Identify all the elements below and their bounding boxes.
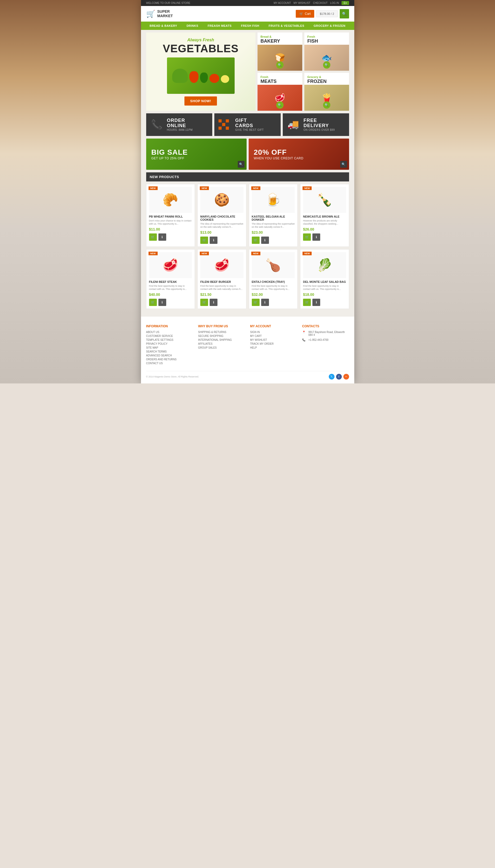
product-info-button[interactable]: ℹ [261,236,269,244]
footer-shipping-link[interactable]: SHIPPING & RETURNS [198,331,245,334]
big-sale-search-icon[interactable]: 🔍 [238,161,244,168]
welcome-text: WELCOME TO OUR ONLINE STORE [146,2,190,4]
percent-off-title: 20% OFF [254,148,344,157]
product-name: KASTEEL BELGIAN ALE DONKER [252,215,295,221]
percent-off-card[interactable]: 20% OFF WHEN YOU USE CREDIT CARD 🔍 [249,139,349,170]
hero-section: Always Fresh VEGETABLES SHOP NOW! [146,33,349,111]
logo[interactable]: 🛒 SUPER MARKET [146,10,173,18]
product-info-button[interactable]: ℹ [158,299,166,306]
category-grid: Bread & BAKERY 🍞 🔍 Fresh FISH 🐟 🔍 [257,33,349,111]
footer-about-link[interactable]: ABOUT US [146,331,193,334]
nav-item-bakery[interactable]: BREAD & BAKERY [145,22,182,30]
red-pepper-icon [189,71,199,83]
product-desc: Find the best opportunity to stay in con… [303,284,346,291]
meats-search-icon[interactable]: 🔍 [276,101,284,109]
nav-item-fruits[interactable]: FRUITS & VEGETABLES [264,22,309,30]
product-card: NEW 🥩 FILENI BEEF BURGER Find the best o… [198,249,246,309]
product-card: NEW 🍾 NEWCASTLE BROWN ALE However the pr… [300,184,349,247]
onion-icon [221,75,229,83]
hero-main: Always Fresh VEGETABLES SHOP NOW! [146,33,255,111]
free-delivery-sub: ON ORDERS OVER $99 [304,128,335,131]
footer-help-link[interactable]: HELP [250,346,297,349]
product-info-button[interactable]: ℹ [312,299,320,306]
footer-secure-link[interactable]: SECURE SHOPPING [198,335,245,337]
new-badge: NEW [251,252,260,255]
language-button[interactable]: En [342,1,349,5]
product-name: FILENI BEEF STEAK [149,280,192,283]
footer-sitemap-link[interactable]: SITE MAP [146,346,193,349]
product-desc: The idea of representing the supermarket… [252,222,295,229]
add-to-cart-button[interactable]: 🛒 [252,299,260,306]
footer-customer-service-link[interactable]: CUSTOMER SERVICE [146,335,193,337]
footer-template-settings-link[interactable]: TEMPLATE SETTINGS [146,338,193,341]
big-sale-card[interactable]: BIG SALE GET UP TO 25% OFF 🔍 [146,139,246,170]
shop-now-button[interactable]: SHOP NOW! [184,96,217,106]
facebook-icon[interactable]: f [336,374,342,379]
footer-mywishlist-link[interactable]: MY WISHLIST [250,338,297,341]
product-actions: 🛒 ℹ [149,233,192,241]
footer-why-us-title: WHY BUY FROM US [198,324,245,328]
product-card: NEW 🥩 FILENI BEEF STEAK Find the best op… [146,249,195,309]
hero-text: Always Fresh VEGETABLES [163,38,239,55]
add-to-cart-button[interactable]: 🛒 [252,236,260,244]
main-content: Always Fresh VEGETABLES SHOP NOW! [141,30,354,314]
frozen-search-icon[interactable]: 🔍 [323,101,330,109]
big-sale-sub: GET UP TO 25% OFF [151,157,241,160]
percent-off-search-icon[interactable]: 🔍 [340,161,347,168]
footer-contacts: CONTACTS 📍 9917 Bayshore Road, Ellsworth… [302,324,349,366]
add-to-cart-button[interactable]: 🛒 [200,299,208,306]
cart-button[interactable]: 🛒 Cart [296,10,314,18]
meats-title: Fresh MEATS [261,75,277,85]
footer-track-link[interactable]: TRACK MY ORDER [250,342,297,345]
promo-gift-cards[interactable]: GIFTCARDS GIVE THE BEST GIFT [214,113,281,136]
footer-grid: INFORMATION ABOUT US CUSTOMER SERVICE TE… [146,324,349,366]
promo-order-online[interactable]: 📞 ORDERONLINE HOURS: 8AM-11PM [146,113,212,136]
product-info-button[interactable]: ℹ [312,233,320,241]
product-info-button[interactable]: ℹ [261,299,269,306]
category-frozen[interactable]: Grocery & FROZEN 🍟 🔍 [304,73,349,111]
phone-icon: 📞 [150,119,163,130]
nav-item-grocery[interactable]: GROCERY & FROZEN [309,22,350,30]
product-actions: 🛒 ℹ [149,299,192,306]
add-to-cart-button[interactable]: 🛒 [149,233,157,241]
footer-affiliates-link[interactable]: AFFILIATES [198,342,245,345]
fish-search-icon[interactable]: 🔍 [323,61,330,69]
search-button[interactable]: 🔍 [340,9,349,18]
new-badge: NEW [149,187,158,190]
product-info-button[interactable]: ℹ [210,236,218,244]
main-nav: BREAD & BAKERY DRINKS FREASH MEATS FRESH… [141,22,354,30]
footer-advanced-search-link[interactable]: ADVANCED SEARCH [146,354,193,357]
footer-mycart-link[interactable]: MY CART [250,335,297,337]
add-to-cart-button[interactable]: 🛒 [200,236,208,244]
add-to-cart-button[interactable]: 🛒 [303,233,311,241]
add-to-cart-button[interactable]: 🛒 [303,299,311,306]
product-info-button[interactable]: ℹ [158,233,166,241]
footer-intl-link[interactable]: INTERNATIONAL SHIPPING [198,338,245,341]
footer-signin-link[interactable]: SIGN IN [250,331,297,334]
category-fish[interactable]: Fresh FISH 🐟 🔍 [304,33,349,71]
checkout-link[interactable]: CHECKOUT [313,2,327,4]
category-bakery[interactable]: Bread & BAKERY 🍞 🔍 [257,33,302,71]
footer-privacy-link[interactable]: PRIVACY POLICY [146,342,193,345]
footer-orders-returns-link[interactable]: ORDERS AND RETURNS [146,358,193,361]
product-info-button[interactable]: ℹ [210,299,218,306]
my-wishlist-link[interactable]: MY WISHLIST [293,2,310,4]
footer-contact-link[interactable]: CONTACT US [146,362,193,365]
footer-information: INFORMATION ABOUT US CUSTOMER SERVICE TE… [146,324,193,366]
footer-search-terms-link[interactable]: SEARCH TERMS [146,350,193,353]
bakery-search-icon[interactable]: 🔍 [276,61,284,69]
nav-item-drinks[interactable]: DRINKS [182,22,203,30]
nav-item-fish[interactable]: FRESH FISH [236,22,264,30]
my-account-link[interactable]: MY ACCOUNT [274,2,291,4]
footer-my-account: MY ACCOUNT SIGN IN MY CART MY WISHLIST T… [250,324,297,366]
promo-free-delivery[interactable]: 🚚 FREEDELIVERY ON ORDERS OVER $99 [283,113,349,136]
rss-icon[interactable]: ⌁ [343,374,349,379]
footer-contacts-title: CONTACTS [302,324,349,328]
nav-item-meats[interactable]: FREASH MEATS [203,22,236,30]
veggie-visual [172,69,229,83]
twitter-icon[interactable]: 𝕏 [329,374,335,379]
login-link[interactable]: LOG IN [330,2,339,4]
footer-group-sales-link[interactable]: GROUP SALES [198,346,245,349]
category-meats[interactable]: Fresh MEATS 🥩 🔍 [257,73,302,111]
add-to-cart-button[interactable]: 🛒 [149,299,157,306]
